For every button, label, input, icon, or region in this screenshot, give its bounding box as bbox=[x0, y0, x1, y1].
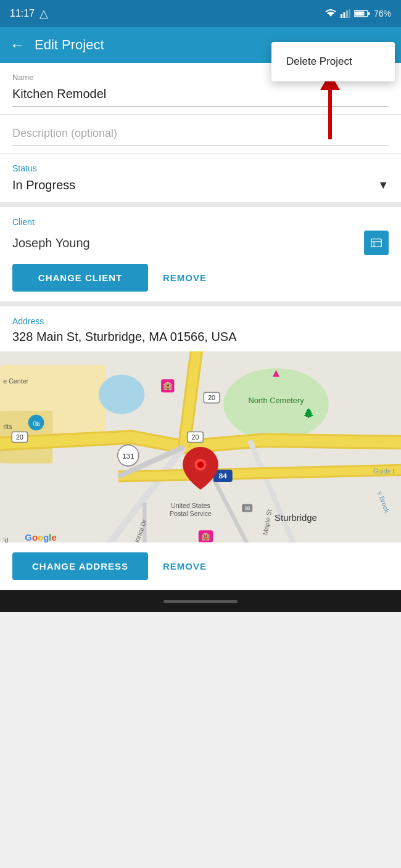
delete-project-menu-item[interactable]: Delete Project bbox=[271, 47, 395, 76]
status-bar-left: 11:17 △ bbox=[10, 7, 48, 20]
person-icon bbox=[370, 236, 383, 250]
svg-text:🏨: 🏨 bbox=[163, 381, 173, 391]
svg-text:131: 131 bbox=[122, 452, 134, 460]
svg-text:✉: ✉ bbox=[245, 505, 250, 512]
svg-rect-8 bbox=[371, 239, 382, 247]
client-row: Joseph Young bbox=[12, 231, 389, 255]
battery-icon bbox=[354, 9, 370, 18]
svg-text:'d: 'd bbox=[3, 536, 8, 542]
remove-address-button[interactable]: REMOVE bbox=[163, 561, 207, 571]
back-button[interactable]: ← bbox=[10, 36, 25, 54]
status-bar-right: 76% bbox=[325, 9, 391, 18]
time-display: 11:17 bbox=[10, 8, 35, 19]
svg-rect-1 bbox=[341, 14, 342, 18]
client-label: Client bbox=[12, 217, 389, 227]
client-section: Client Joseph Young CHANGE CLIENT REMOVE bbox=[0, 207, 401, 306]
status-row: In Progress ▼ bbox=[12, 178, 389, 192]
svg-rect-4 bbox=[349, 9, 350, 18]
client-action-row: CHANGE CLIENT REMOVE bbox=[12, 264, 389, 292]
change-address-button[interactable]: CHANGE ADDRESS bbox=[12, 552, 148, 580]
svg-text:84: 84 bbox=[219, 472, 228, 480]
status-bar: 11:17 △ 76% bbox=[0, 0, 401, 27]
map-container[interactable]: 131 20 20 20 84 North Cemetery 🌲 bbox=[0, 351, 401, 542]
address-section: Address 328 Main St, Sturbridge, MA 0156… bbox=[0, 306, 401, 590]
address-label: Address bbox=[12, 316, 389, 326]
svg-text:Guide t: Guide t bbox=[373, 467, 394, 475]
client-icon bbox=[364, 231, 389, 255]
svg-text:United States: United States bbox=[171, 502, 210, 509]
signal-icon bbox=[341, 9, 350, 18]
dropdown-arrow-icon[interactable]: ▼ bbox=[378, 179, 389, 192]
content-area: Name Kitchen Remodel Description (option… bbox=[0, 63, 401, 590]
svg-text:Google: Google bbox=[25, 533, 56, 542]
svg-text:20: 20 bbox=[192, 433, 199, 441]
address-value: 328 Main St, Sturbridge, MA 01566, USA bbox=[12, 330, 389, 344]
map-image: 131 20 20 20 84 North Cemetery 🌲 bbox=[0, 351, 401, 542]
svg-rect-2 bbox=[343, 12, 345, 18]
popup-arrow-indicator bbox=[320, 73, 340, 139]
svg-text:rits: rits bbox=[3, 423, 12, 430]
battery-percentage: 76% bbox=[374, 9, 391, 18]
svg-text:e Center: e Center bbox=[3, 377, 28, 385]
popup-menu: Delete Project bbox=[271, 42, 395, 81]
svg-text:20: 20 bbox=[208, 394, 215, 401]
remove-client-button[interactable]: REMOVE bbox=[163, 272, 207, 283]
status-section: Status In Progress ▼ bbox=[0, 154, 401, 207]
svg-point-15 bbox=[99, 375, 145, 414]
svg-rect-3 bbox=[346, 10, 348, 18]
svg-text:20: 20 bbox=[16, 433, 23, 441]
client-name: Joseph Young bbox=[12, 236, 90, 250]
svg-rect-6 bbox=[355, 12, 364, 16]
bottom-bar bbox=[0, 590, 401, 612]
svg-text:Sturbridge: Sturbridge bbox=[275, 513, 317, 523]
page-title: Edit Project bbox=[35, 37, 104, 53]
address-action-row: CHANGE ADDRESS REMOVE bbox=[12, 542, 389, 590]
svg-text:🏨: 🏨 bbox=[201, 532, 210, 541]
svg-rect-7 bbox=[368, 12, 370, 15]
svg-text:North Cemetery: North Cemetery bbox=[248, 396, 304, 405]
change-client-button[interactable]: CHANGE CLIENT bbox=[12, 264, 148, 292]
home-indicator bbox=[163, 600, 238, 603]
status-label: Status bbox=[12, 163, 389, 173]
svg-point-35 bbox=[197, 461, 204, 468]
status-value: In Progress bbox=[12, 178, 75, 192]
svg-text:Postal Service: Postal Service bbox=[170, 510, 212, 517]
app-icon: △ bbox=[39, 7, 48, 20]
svg-text:🌲: 🌲 bbox=[303, 407, 315, 419]
arrow-shaft bbox=[328, 90, 332, 139]
description-section: Description (optional) bbox=[0, 115, 401, 154]
wifi-icon bbox=[325, 9, 337, 18]
svg-text:🛍: 🛍 bbox=[33, 419, 40, 427]
svg-text:Publick House: Publick House bbox=[185, 541, 227, 542]
